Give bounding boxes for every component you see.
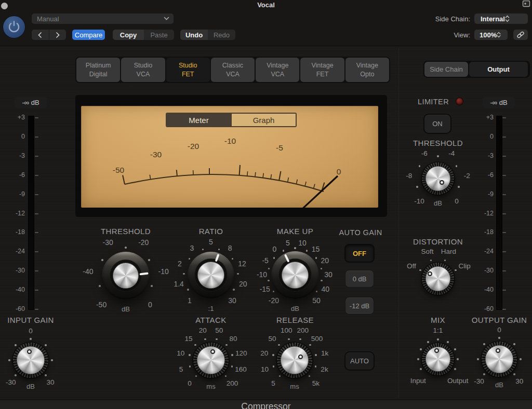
previous-preset-button[interactable]	[32, 30, 49, 40]
ratio-tick-label: 3	[190, 244, 194, 252]
meter-tick	[502, 156, 506, 157]
auto-gain-option-0-db[interactable]: 0 dB	[345, 270, 374, 287]
meter-tick	[35, 309, 38, 310]
meter-tick	[502, 117, 506, 118]
output-gain-tick-label: -30	[474, 377, 484, 385]
output-gain-knob[interactable]	[482, 342, 517, 377]
limiter-threshold-tick-dot	[419, 165, 421, 167]
ratio-tick-label: 12	[238, 260, 246, 268]
attack-knob[interactable]	[193, 343, 229, 378]
release-tick-label: 200	[297, 326, 309, 334]
auto-gain-option-off[interactable]: OFF	[345, 245, 374, 262]
view-zoom-stepper[interactable]: 100%	[474, 30, 508, 40]
circuit-tab-vintage-vca[interactable]: VintageVCA	[256, 58, 299, 82]
paste-button[interactable]: Paste	[144, 30, 174, 40]
makeup-tick-dot	[306, 250, 308, 252]
circuit-tab-platinum-digital[interactable]: PlatinumDigital	[76, 58, 120, 82]
limiter-led-indicator	[456, 98, 463, 105]
circuit-tab-studio-vca[interactable]: StudioVCA	[121, 58, 165, 82]
circuit-tab-vintage-fet[interactable]: VintageFET	[300, 58, 344, 82]
side-chain-dropdown[interactable]: Internal	[474, 13, 528, 24]
meter-scale-label: -9	[470, 190, 494, 198]
bypass-power-button[interactable]	[3, 16, 25, 38]
meter-tick	[35, 213, 38, 214]
makeup-label: MAKE UP	[277, 227, 313, 236]
circuit-tab-vintage-opto[interactable]: VintageOpto	[345, 58, 389, 82]
copy-button[interactable]: Copy	[113, 30, 144, 40]
makeup-tick-label: -5	[262, 256, 268, 265]
compare-button[interactable]: Compare	[72, 30, 105, 40]
makeup-tick-label: 10	[298, 239, 307, 247]
mix-knob[interactable]	[422, 343, 454, 375]
meter-scale-label: +3	[470, 114, 494, 121]
meter-scale-label: +3	[1, 114, 25, 121]
vu-tab-graph[interactable]: Graph	[231, 114, 296, 126]
auto-gain-label: AUTO GAIN	[335, 228, 387, 237]
vu-tab-meter[interactable]: Meter	[167, 114, 231, 126]
link-button[interactable]	[513, 30, 528, 40]
mix-tick-dot	[454, 348, 456, 350]
input-gain-tick-dot	[15, 344, 17, 346]
threshold-knob[interactable]	[102, 252, 150, 299]
release-tick-label: 20	[260, 349, 268, 357]
mix-tick-label: Input	[410, 376, 426, 384]
chevron-down-icon	[164, 17, 169, 21]
limiter-threshold-tick-dot	[437, 155, 439, 157]
threshold-tick-label: -50	[96, 301, 107, 309]
ratio-knob[interactable]	[188, 252, 234, 298]
redo-button[interactable]: Redo	[208, 30, 235, 40]
release-tick-dot	[288, 338, 290, 340]
plugin-footer: Compressor	[0, 400, 532, 409]
release-tick-dot	[315, 354, 317, 356]
input-gain-knob-indicator	[27, 349, 32, 354]
view-zoom-value: 100%	[480, 31, 497, 39]
limiter-label: LIMITER	[413, 98, 454, 106]
toggle-option-side-chain[interactable]: Side Chain	[424, 62, 468, 77]
toggle-option-output[interactable]: Output	[469, 62, 528, 77]
undo-button[interactable]: Undo	[180, 30, 208, 40]
input-gain-label: INPUT GAIN	[7, 316, 54, 324]
auto-release-button[interactable]: AUTO	[345, 352, 374, 370]
limiter-threshold-tick-label: -2	[464, 172, 470, 180]
meter-tick	[502, 213, 506, 214]
mix-label: MIX	[431, 316, 445, 324]
makeup-knob[interactable]	[271, 251, 319, 299]
ratio-unit-label: :1	[208, 305, 214, 312]
mix-tick-dot	[457, 358, 459, 360]
makeup-tick-label: -15	[260, 285, 270, 293]
circuit-tab-studio-fet[interactable]: StudioFET	[166, 58, 210, 82]
output-gain-tick-label: 0	[497, 326, 501, 334]
meter-tick	[35, 137, 38, 138]
meter-scale-label: -3	[1, 152, 25, 159]
meter-scale-label: 0	[470, 133, 494, 140]
mix-tick-dot	[417, 358, 419, 360]
distortion-knob-face	[425, 266, 450, 291]
attack-label: ATTACK	[195, 316, 226, 324]
chevron-right-icon	[55, 32, 60, 38]
limiter-threshold-tick-dot	[416, 186, 418, 188]
circuit-tab-classic-vca[interactable]: ClassicVCA	[211, 58, 255, 82]
preset-dropdown[interactable]: Manual	[32, 13, 174, 24]
plugin-name: Compressor	[0, 401, 532, 409]
release-knob[interactable]	[277, 343, 312, 378]
threshold-tick-dot	[101, 259, 103, 261]
input-gain-knob[interactable]	[13, 343, 48, 378]
auto-gain-option--12-db[interactable]: -12 dB	[345, 297, 374, 314]
attack-tick-label: 50	[215, 326, 223, 334]
meter-tick	[502, 270, 506, 271]
next-preset-button[interactable]	[49, 30, 66, 40]
output-gain-tick-dot	[477, 358, 479, 360]
link-icon	[516, 31, 525, 38]
vu-needle	[292, 176, 338, 208]
open-window-icon[interactable]	[522, 1, 530, 10]
meter-tick	[502, 175, 506, 176]
makeup-unit-label: dB	[291, 305, 299, 312]
limiter-threshold-knob[interactable]	[422, 162, 454, 195]
vu-scale-label: -50	[113, 166, 125, 174]
limiter-on-button[interactable]: ON	[424, 115, 450, 133]
vu-scale-label: -30	[150, 150, 162, 159]
ratio-tick-label: 5	[209, 238, 213, 246]
meter-scale-label: -18	[470, 228, 494, 236]
distortion-knob[interactable]	[422, 263, 454, 295]
attack-tick-dot	[231, 365, 233, 367]
